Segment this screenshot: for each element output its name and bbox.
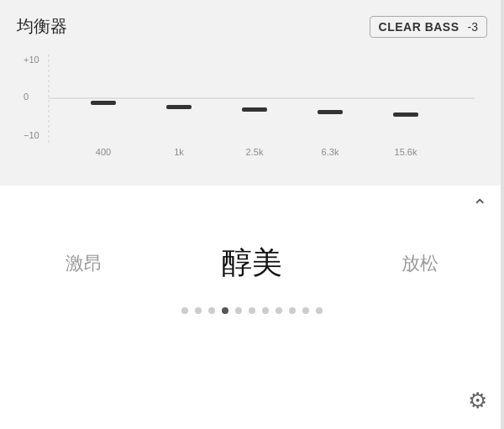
preset-badge[interactable]: CLEAR BASS -3: [370, 16, 487, 38]
chevron-up-container: ⌃: [0, 186, 504, 217]
svg-rect-9: [393, 112, 418, 117]
svg-text:1k: 1k: [174, 147, 184, 157]
chevron-up-icon[interactable]: ⌃: [472, 196, 487, 217]
svg-rect-8: [318, 110, 343, 114]
dot-0: [181, 307, 188, 314]
sound-modes: 激昂 醇美 放松: [0, 243, 504, 284]
header-row: 均衡器 CLEAR BASS -3: [17, 15, 487, 38]
svg-text:+10: +10: [24, 55, 39, 65]
settings-icon-container[interactable]: ⚙: [468, 388, 487, 414]
svg-rect-7: [242, 107, 267, 112]
dot-9: [302, 307, 309, 314]
preset-name: CLEAR BASS: [379, 20, 459, 34]
dot-4: [235, 307, 242, 314]
eq-svg: +10 0 −10 400 1k 2.5k 6.3k: [17, 48, 487, 157]
dot-6: [262, 307, 269, 314]
scroll-edge: [501, 0, 504, 429]
dot-3-active: [222, 307, 228, 314]
svg-text:6.3k: 6.3k: [322, 147, 339, 157]
svg-rect-6: [166, 105, 192, 109]
svg-text:0: 0: [24, 92, 29, 102]
eq-chart: +10 0 −10 400 1k 2.5k 6.3k: [17, 48, 487, 157]
settings-icon[interactable]: ⚙: [468, 388, 487, 413]
sound-mode-item-2[interactable]: 放松: [336, 251, 504, 276]
page-title: 均衡器: [17, 15, 67, 38]
sound-mode-item[interactable]: 激昂: [0, 251, 168, 276]
svg-text:−10: −10: [24, 130, 39, 140]
svg-text:15.6k: 15.6k: [395, 147, 417, 157]
preset-value: -3: [468, 20, 478, 34]
sound-mode-item-active[interactable]: 醇美: [168, 243, 336, 284]
dot-1: [195, 307, 202, 314]
top-section: 均衡器 CLEAR BASS -3 +10 0 −10: [0, 0, 504, 165]
dot-10: [316, 307, 323, 314]
page-indicator: [181, 307, 323, 314]
dot-5: [249, 307, 255, 314]
dot-8: [289, 307, 296, 314]
sound-mode-label-active: 醇美: [222, 245, 282, 280]
dot-2: [208, 307, 215, 314]
sound-mode-label-2: 放松: [402, 253, 438, 274]
svg-text:2.5k: 2.5k: [246, 147, 264, 157]
bottom-section: ⌃ 激昂 醇美 放松 ⚙: [0, 186, 504, 429]
svg-rect-5: [91, 101, 116, 105]
svg-text:400: 400: [96, 147, 111, 157]
dot-7: [276, 307, 282, 314]
sound-mode-label: 激昂: [66, 253, 102, 274]
